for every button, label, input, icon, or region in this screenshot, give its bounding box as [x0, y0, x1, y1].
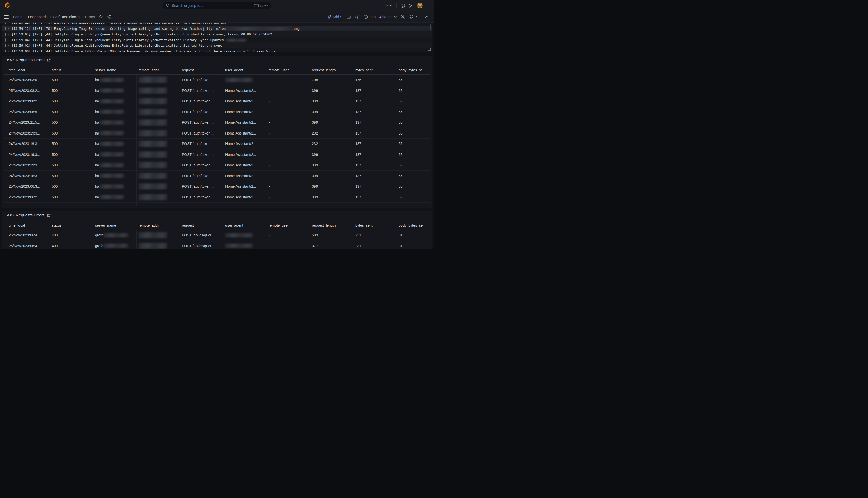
share-icon: [107, 15, 111, 19]
add-panel-button[interactable]: Add: [327, 15, 342, 19]
cell-status: 500: [50, 86, 93, 96]
cell-request: POST /auth/token ...: [180, 86, 223, 96]
cell-time_local: 25/Nov/2023:06:5...: [4, 107, 50, 117]
breadcrumb-separator: ›: [82, 15, 83, 19]
cell-remote_user: -: [267, 117, 310, 128]
cell-user_agent: Home Assistant/2...: [223, 171, 267, 181]
cell-body_bytes_sent: 55: [397, 181, 430, 192]
spacer-cell: [397, 202, 430, 206]
expand-chevron-icon[interactable]: ›: [8, 23, 9, 24]
redacted-value: [138, 152, 167, 158]
user-avatar[interactable]: [417, 3, 423, 9]
collapse-toolbar-button[interactable]: [425, 16, 428, 18]
column-header-user_agent: user_agent: [223, 68, 267, 72]
cell-request: POST /auth/token ...: [180, 139, 223, 149]
cell-request_length: 399: [310, 117, 353, 128]
column-header-server_name: server_name: [93, 68, 137, 72]
time-range-picker[interactable]: Last 24 hours: [364, 15, 396, 19]
keyboard-icon: [254, 4, 259, 7]
log-row[interactable]: ›[13:59:12] [INF] [70] Emby.Drawing.Imag…: [2, 23, 432, 26]
cell-remote_user: -: [267, 107, 310, 117]
panel-title[interactable]: 5XX Requests Errors: [7, 57, 45, 62]
external-link-icon[interactable]: [47, 58, 51, 62]
column-header-request_length: request_length: [310, 223, 353, 227]
cell-body_bytes_sent: 81: [397, 241, 430, 249]
cell-request_length: 399: [310, 86, 353, 96]
save-dashboard-button[interactable]: [347, 15, 351, 19]
share-button[interactable]: [107, 15, 111, 19]
refresh-button[interactable]: [409, 15, 417, 19]
cell-user_agent: Home Assistant/2...: [223, 96, 267, 106]
chevron-down-icon: [394, 16, 396, 18]
expand-chevron-icon[interactable]: ›: [8, 49, 9, 52]
column-header-bytes_sent: bytes_sent: [353, 223, 397, 227]
breadcrumb-dashboards[interactable]: Dashboards: [28, 15, 48, 19]
cell-time_local: 25/Nov/2023:06:3...: [4, 181, 50, 192]
log-row[interactable]: ›[13:59:12] [INF] [70] Emby.Drawing.Imag…: [2, 26, 432, 31]
column-header-remote_addr: remote_addr: [137, 223, 180, 227]
expand-chevron-icon[interactable]: ›: [8, 38, 9, 42]
redacted-value: [104, 233, 128, 237]
cell-bytes_sent: 137: [353, 128, 397, 139]
cell-time_local: 24/Nov/2023:19:3...: [4, 149, 50, 160]
spacer-cell: [4, 202, 50, 206]
cell-remote_user: -: [267, 230, 310, 240]
cell-time_local: 25/Nov/2023:06:4...: [4, 230, 50, 240]
expand-chevron-icon[interactable]: ›: [8, 43, 9, 48]
log-row[interactable]: ›[13:59:01] [INF] [44] Jellyfin.Plugin.K…: [2, 43, 432, 48]
redacted-value: [99, 109, 124, 114]
log-row[interactable]: ›[13:59:04] [INF] [44] Jellyfin.Plugin.K…: [2, 37, 432, 43]
favorite-button[interactable]: [98, 15, 103, 19]
save-icon: [347, 15, 351, 19]
table-row: 25/Nov/2023:06:2...500haPOST /auth/token…: [4, 192, 430, 202]
table-spacer-row: [4, 202, 430, 206]
new-menu-button[interactable]: [385, 4, 392, 8]
gear-icon: [355, 15, 360, 19]
grafana-logo[interactable]: [4, 2, 11, 9]
search-input[interactable]: Search or jump to... ctrl+k: [163, 2, 271, 10]
cell-remote_user: -: [267, 86, 310, 96]
spacer-cell: [50, 202, 93, 206]
cell-server_name: ha: [93, 128, 137, 139]
redacted-value: [99, 142, 124, 146]
cell-bytes_sent: 137: [353, 181, 397, 192]
panel-title[interactable]: 4XX Requests Errors: [7, 213, 45, 218]
zoom-out-icon: [401, 15, 405, 19]
cell-user_agent: [223, 241, 267, 249]
breadcrumb: Home › Dashboards › Self Host Blocks › E…: [13, 15, 95, 19]
resize-handle-icon[interactable]: [428, 48, 431, 51]
table-row: 25/Nov/2023:08:2...500haPOST /auth/token…: [4, 96, 430, 106]
log-row[interactable]: ›[13:59:04] [INF] [44] Jellyfin.Plugin.K…: [2, 31, 432, 37]
cell-status: 500: [50, 139, 93, 149]
table-row: 24/Nov/2023:19:3...500haPOST /auth/token…: [4, 128, 430, 139]
scrollbar-thumb[interactable]: [430, 24, 431, 30]
breadcrumb-self-host-blocks[interactable]: Self Host Blocks: [53, 15, 80, 19]
cell-time_local: 25/Nov/2023:08:2...: [4, 96, 50, 106]
log-level-bar: [5, 50, 6, 52]
news-button[interactable]: [409, 4, 413, 8]
cell-request: POST /auth/token ...: [180, 107, 223, 117]
help-icon: [401, 3, 405, 8]
menu-toggle-button[interactable]: [4, 15, 9, 19]
cell-status: 500: [50, 192, 93, 202]
zoom-out-time-button[interactable]: [401, 15, 405, 19]
log-message: [13:59:01] [INF] [44] Jellyfin.Plugin.Ko…: [12, 44, 222, 48]
external-link-icon[interactable]: [47, 213, 51, 217]
expand-chevron-icon[interactable]: ›: [8, 32, 9, 36]
cell-bytes_sent: 231: [353, 230, 397, 240]
cell-status: 500: [50, 171, 93, 181]
cell-request: POST /api/ds/quer...: [180, 230, 223, 240]
cell-remote_user: -: [267, 75, 310, 85]
news-icon: [409, 4, 413, 8]
cell-bytes_sent: 137: [353, 139, 397, 149]
help-button[interactable]: [401, 3, 405, 8]
dashboard-settings-button[interactable]: [355, 15, 360, 19]
expand-chevron-icon[interactable]: ›: [8, 26, 9, 30]
cell-body_bytes_sent: 55: [397, 171, 430, 181]
cell-request_length: 399: [310, 160, 353, 170]
log-row[interactable]: ›[13:59:00] [INF] [44] Jellyfin.Plugin.T…: [2, 48, 432, 52]
cell-remote_user: -: [267, 192, 310, 202]
breadcrumb-home[interactable]: Home: [13, 15, 22, 19]
cell-request: POST /auth/token ...: [180, 128, 223, 139]
cell-body_bytes_sent: 55: [397, 117, 430, 128]
